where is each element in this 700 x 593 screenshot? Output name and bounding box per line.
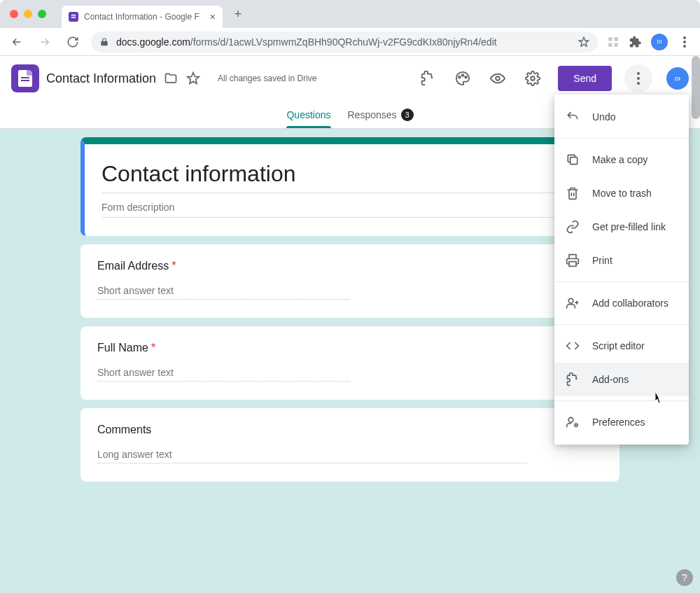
url-text: docs.google.com/forms/d/1acwLVspmwmZqBHh… <box>116 36 571 48</box>
svg-rect-17 <box>570 158 578 165</box>
svg-point-20 <box>568 417 573 422</box>
answer-placeholder: Short answer text <box>97 272 350 300</box>
menu-item-label: Add collaborators <box>592 298 668 309</box>
minimize-window-button[interactable] <box>24 10 32 18</box>
print-icon <box>566 253 580 267</box>
menu-item-get-pre-filled-link[interactable]: Get pre-filled link <box>554 210 689 244</box>
form-title-card[interactable]: Contact information Form description <box>80 137 620 236</box>
svg-rect-4 <box>608 43 612 46</box>
preview-icon[interactable] <box>484 64 512 92</box>
svg-point-11 <box>465 76 468 78</box>
svg-point-7 <box>683 41 686 43</box>
question-card[interactable]: Comments Long answer text <box>80 408 620 482</box>
code-icon <box>566 339 580 353</box>
bookmark-star-icon[interactable] <box>578 36 589 48</box>
addons-icon[interactable] <box>414 64 442 92</box>
browser-more-icon[interactable] <box>676 36 693 48</box>
svg-point-6 <box>683 36 686 39</box>
menu-item-make-a-copy[interactable]: Make a copy <box>554 143 689 176</box>
more-menu-dropdown: UndoMake a copyMove to trashGet pre-fill… <box>554 95 689 445</box>
document-title[interactable]: Contact Information <box>46 71 156 86</box>
form-description-input[interactable]: Form description <box>102 193 603 218</box>
address-bar[interactable]: docs.google.com/forms/d/1acwLVspmwmZqBHh… <box>91 32 598 53</box>
reload-button[interactable] <box>63 32 83 52</box>
menu-item-label: Add-ons <box>592 374 629 385</box>
svg-point-19 <box>568 298 573 303</box>
menu-item-label: Print <box>592 255 612 266</box>
svg-rect-3 <box>615 37 618 41</box>
svg-rect-1 <box>71 17 76 18</box>
tab-questions[interactable]: Questions <box>286 101 330 128</box>
extension-icon[interactable] <box>606 35 620 49</box>
question-label[interactable]: Email Address * <box>97 260 603 272</box>
browser-toolbar: docs.google.com/forms/d/1acwLVspmwmZqBHh… <box>0 28 700 56</box>
menu-item-label: Undo <box>592 111 615 123</box>
more-menu-button[interactable] <box>624 64 652 92</box>
question-card[interactable]: Full Name * Short answer text <box>80 326 620 400</box>
menu-item-preferences[interactable]: Preferences <box>554 405 689 439</box>
tab-responses[interactable]: Responses 3 <box>348 101 414 128</box>
answer-placeholder: Long answer text <box>97 436 527 463</box>
menu-item-undo[interactable]: Undo <box>554 100 689 134</box>
copy-icon <box>566 153 580 167</box>
back-button[interactable] <box>7 32 27 52</box>
forward-button[interactable] <box>35 32 55 52</box>
responses-count-badge: 3 <box>401 109 414 121</box>
menu-separator <box>554 281 689 282</box>
svg-point-10 <box>462 74 464 76</box>
google-forms-logo[interactable] <box>11 64 39 92</box>
menu-item-move-to-trash[interactable]: Move to trash <box>554 176 689 210</box>
browser-tab-title: Contact Information - Google F <box>84 12 204 22</box>
menu-separator <box>554 324 689 325</box>
menu-item-script-editor[interactable]: Script editor <box>554 329 689 363</box>
browser-tab-strip: Contact Information - Google F × + <box>0 0 700 28</box>
window-controls <box>0 10 56 18</box>
undo-icon <box>566 110 580 124</box>
save-status-text: All changes saved in Drive <box>218 74 316 83</box>
tab-responses-label: Responses <box>348 109 397 120</box>
menu-item-label: Move to trash <box>592 188 652 199</box>
svg-point-14 <box>637 72 640 75</box>
maximize-window-button[interactable] <box>38 10 46 18</box>
link-icon <box>566 220 580 234</box>
svg-rect-5 <box>615 43 618 46</box>
svg-point-16 <box>637 82 640 85</box>
svg-rect-0 <box>71 15 76 16</box>
people-icon <box>566 296 580 310</box>
account-avatar[interactable]: DI <box>666 67 689 90</box>
addon-icon <box>566 372 580 386</box>
menu-item-label: Script editor <box>592 340 645 351</box>
profile-avatar-small[interactable]: DI <box>651 34 668 50</box>
svg-point-8 <box>683 45 686 48</box>
extensions-puzzle-icon[interactable] <box>629 35 643 49</box>
tab-questions-label: Questions <box>286 109 330 120</box>
question-label[interactable]: Comments <box>97 424 603 436</box>
customize-theme-icon[interactable] <box>449 64 477 92</box>
menu-item-label: Preferences <box>592 417 645 428</box>
scrollbar-thumb[interactable] <box>692 56 700 119</box>
svg-rect-18 <box>569 262 576 267</box>
new-tab-button[interactable]: + <box>228 4 248 24</box>
menu-item-print[interactable]: Print <box>554 244 689 277</box>
question-card[interactable]: Email Address * Short answer text <box>80 244 620 318</box>
send-button[interactable]: Send <box>558 66 612 91</box>
svg-point-21 <box>575 424 577 426</box>
menu-item-add-ons[interactable]: Add-ons <box>554 363 689 396</box>
forms-favicon-icon <box>69 12 78 22</box>
trash-icon <box>566 186 580 200</box>
tab-close-icon[interactable]: × <box>210 11 216 22</box>
move-to-folder-icon[interactable] <box>163 71 178 86</box>
svg-point-12 <box>496 76 500 81</box>
question-label[interactable]: Full Name * <box>97 342 603 354</box>
star-icon[interactable] <box>186 71 201 86</box>
close-window-button[interactable] <box>10 10 18 18</box>
settings-icon[interactable] <box>519 64 547 92</box>
svg-point-9 <box>458 76 461 78</box>
svg-point-13 <box>531 76 536 81</box>
browser-tab[interactable]: Contact Information - Google F × <box>62 6 223 28</box>
menu-item-add-collaborators[interactable]: Add collaborators <box>554 286 689 320</box>
help-button[interactable]: ? <box>676 569 693 586</box>
menu-separator <box>554 138 689 139</box>
form-title-input[interactable]: Contact information <box>102 157 603 193</box>
lock-icon <box>99 37 109 47</box>
